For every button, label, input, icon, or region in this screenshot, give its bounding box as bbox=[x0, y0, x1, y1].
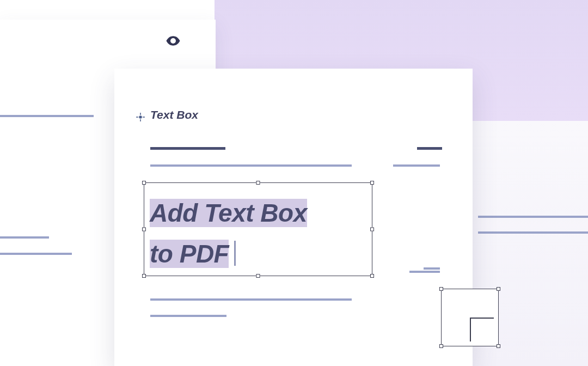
resize-handle-bm[interactable] bbox=[256, 274, 260, 278]
resize-handle-tl[interactable] bbox=[142, 181, 146, 185]
resize-handle-bl[interactable] bbox=[142, 274, 146, 278]
textbox-selection[interactable]: Add Text Box to PDF bbox=[144, 182, 372, 276]
content-line-bold bbox=[417, 147, 442, 150]
svg-point-5 bbox=[139, 116, 142, 118]
content-line-bold bbox=[150, 147, 225, 150]
resize-handle[interactable] bbox=[497, 287, 500, 291]
resize-handle[interactable] bbox=[439, 344, 443, 348]
svg-point-0 bbox=[172, 40, 175, 42]
textbox-tool-icon bbox=[136, 113, 145, 121]
resize-handle[interactable] bbox=[497, 344, 500, 348]
bg-line bbox=[478, 231, 588, 234]
bg-line bbox=[0, 253, 72, 255]
selected-text-line2: to PDF bbox=[150, 240, 229, 268]
textbox-tool-label: Text Box bbox=[150, 108, 198, 121]
resize-handle-mr[interactable] bbox=[370, 228, 374, 231]
content-line bbox=[150, 315, 226, 317]
text-caret bbox=[234, 241, 236, 266]
bg-line bbox=[478, 216, 588, 218]
bg-line bbox=[0, 115, 94, 117]
content-line bbox=[424, 267, 440, 270]
resize-handle-tr[interactable] bbox=[370, 181, 374, 185]
resize-handle[interactable] bbox=[439, 287, 443, 291]
add-textbox-button[interactable] bbox=[441, 289, 499, 346]
eye-icon bbox=[165, 33, 181, 51]
content-line bbox=[393, 164, 440, 167]
bg-line bbox=[0, 236, 49, 239]
content-line bbox=[150, 298, 352, 301]
resize-handle-br[interactable] bbox=[370, 274, 374, 278]
resize-handle-tm[interactable] bbox=[256, 181, 260, 185]
content-line bbox=[150, 164, 352, 167]
content-line bbox=[409, 271, 440, 273]
textbox-content[interactable]: Add Text Box to PDF bbox=[144, 183, 372, 274]
resize-handle-ml[interactable] bbox=[142, 228, 146, 231]
selected-text-line1: Add Text Box bbox=[150, 199, 307, 227]
